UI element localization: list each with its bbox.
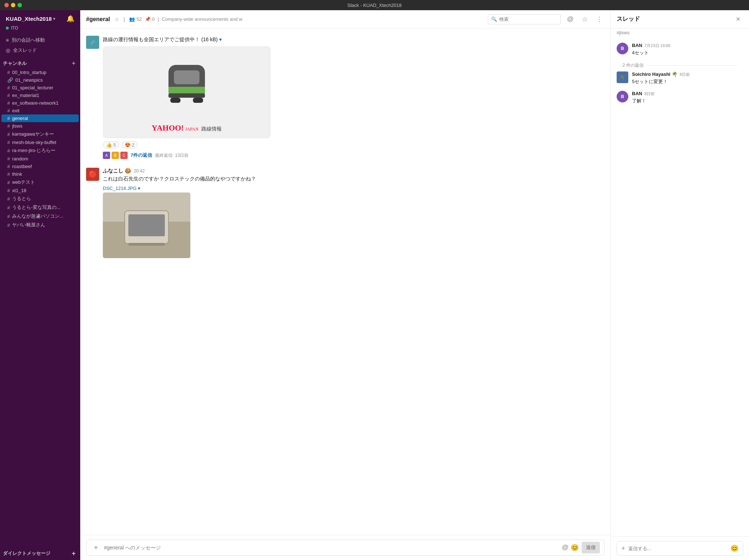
thread-avatar-soichiro: 🌴: [617, 71, 628, 83]
messages-area: 🔗 路線の運行情報も全国エリアでご提供中！ (16 kB) ▾: [80, 28, 610, 535]
channel-item-yabai[interactable]: # ヤバい靴屋さん: [1, 221, 79, 229]
channel-hash-icon: #: [7, 123, 10, 129]
channel-hash-icon: #: [7, 222, 10, 228]
thread-msg-body-3: BAN 8日前 了解！: [632, 91, 743, 105]
reply-avatar: C: [120, 152, 128, 159]
channel-item-00-intro[interactable]: # 00_intro_startup: [1, 69, 79, 76]
thread-author-3: BAN: [632, 91, 642, 96]
reply-avatar: B: [112, 152, 119, 159]
file-thumbnail: [103, 192, 190, 258]
close-window-button[interactable]: [4, 3, 9, 7]
at-mention-icon[interactable]: @: [562, 544, 568, 552]
yahoo-brand: YAHOO! JAPAN 路線情報: [103, 120, 270, 138]
minimize-window-button[interactable]: [11, 3, 15, 7]
message-input-area: + @ 😊 送信: [80, 535, 610, 560]
close-thread-button[interactable]: ×: [733, 14, 743, 24]
message-header-2: ふなこし 🍪 20:42: [103, 168, 605, 174]
channel-header: #general ☆ | 👥 52 📌 0 | Company-wide ann…: [80, 10, 610, 28]
svg-rect-3: [168, 93, 205, 98]
at-mentions-button[interactable]: @: [565, 14, 575, 24]
workspace-name[interactable]: KUAD_Xtech2018 ▾: [6, 16, 55, 22]
thread-header: スレッド ×: [611, 10, 749, 28]
channel-meta: 👥 52 📌 0 | Company-wide announcements an…: [129, 16, 242, 22]
reactions-1: 👍 5 😍 2: [103, 141, 605, 149]
svg-rect-1: [168, 87, 205, 93]
channel-item-01-newspics[interactable]: 🔗 01_newspics: [1, 76, 79, 84]
channel-hash-icon: #: [7, 93, 10, 98]
channel-item-roastbeef[interactable]: # roastbeef: [1, 163, 79, 170]
thread-emoji-button[interactable]: 😊: [730, 544, 738, 552]
channel-item-minna[interactable]: # みんなが急遽パソコン...: [1, 212, 79, 221]
channel-item-general[interactable]: # general: [1, 114, 79, 122]
channel-item-kamagawa[interactable]: # kamagawaヤンキー: [1, 130, 79, 139]
message-input[interactable]: [104, 545, 559, 551]
message-content-2: ふなこし 🍪 20:42 これは白石先生のですか？クロステックの備品的なやつです…: [103, 168, 605, 258]
replies-date: 最終返信: 13日前: [155, 152, 189, 159]
svg-rect-2: [174, 70, 199, 84]
more-options-button[interactable]: ⋮: [594, 14, 605, 24]
thread-author-2: Soichiro Hayashi 🌴: [632, 71, 678, 77]
file-image-preview: [103, 192, 190, 258]
channel-hash-icon: #: [7, 188, 10, 193]
link-preview: YAHOO! JAPAN 路線情報: [103, 46, 271, 138]
channel-item-web-test[interactable]: # webテスト: [1, 178, 79, 187]
search-input[interactable]: [499, 16, 558, 22]
titlebar: Slack - KUAD_Xtech2018: [0, 0, 749, 10]
message-content-1: 路線の運行情報も全国エリアでご提供中！ (16 kB) ▾: [103, 36, 605, 159]
thread-avatar-ban-2: B: [617, 91, 628, 102]
replies-bar-1[interactable]: A B C 7件の返信 最終返信: 13日前: [103, 152, 605, 159]
thread-msg-header-3: BAN 8日前: [632, 91, 743, 97]
workspace-caret-icon: ▾: [53, 17, 55, 21]
channel-item-mesh[interactable]: # mesh-blue-sky-buffet: [1, 139, 79, 146]
thread-messages: B BAN 7月23日 19:00 4セット 2 件の返信 🌴 S: [611, 38, 749, 536]
dm-section-header: ダイレクトメッセージ +: [3, 550, 77, 559]
reaction-thumbsup[interactable]: 👍 5: [103, 141, 119, 149]
thread-reply-input[interactable]: [628, 546, 727, 551]
dm-section: ダイレクトメッセージ +: [0, 547, 80, 560]
channel-item-random[interactable]: # random: [1, 155, 79, 163]
nav-move-chat[interactable]: ≡ 別の会話へ移動: [3, 35, 77, 45]
add-dm-button[interactable]: +: [70, 550, 77, 557]
message-block-1: 🔗 路線の運行情報も全国エリアでご提供中！ (16 kB) ▾: [86, 34, 605, 160]
channel-star-icon[interactable]: ☆: [115, 16, 119, 22]
channel-item-urutora-photos[interactable]: # うるとら-変な写真の...: [1, 203, 79, 212]
send-button[interactable]: 送信: [582, 542, 600, 553]
nav-all-threads[interactable]: ◎ 全スレッド: [3, 45, 77, 55]
emoji-picker-icon[interactable]: 😊: [571, 544, 579, 552]
avatar: 🔗: [86, 36, 99, 49]
thread-replies-label: 2 件の返信: [617, 62, 743, 69]
maximize-window-button[interactable]: [18, 3, 22, 7]
add-attachment-button[interactable]: +: [91, 542, 101, 553]
message-text-1: 路線の運行情報も全国エリアでご提供中！ (16 kB) ▾: [103, 36, 605, 43]
add-channel-button[interactable]: +: [70, 60, 77, 67]
file-name[interactable]: DSC_1214.JPG ▾: [103, 186, 605, 191]
channel-name: #general: [86, 16, 110, 23]
channel-item-think[interactable]: # think: [1, 170, 79, 178]
channel-item-ex-material1[interactable]: # ex_material1: [1, 92, 79, 99]
channel-item-urutora[interactable]: # うるとら: [1, 194, 79, 203]
traffic-lights: [4, 3, 22, 7]
channel-item-jlsws[interactable]: # jlsws: [1, 122, 79, 130]
channel-item-ramen[interactable]: # ra-men-jiro-じろらー: [1, 146, 79, 155]
channel-item-xt1[interactable]: # xt1_18: [1, 187, 79, 194]
channel-item-exit[interactable]: # exit: [1, 107, 79, 114]
thread-text-2: 5セットに変更！: [632, 78, 743, 85]
channel-hash-icon: #: [7, 164, 10, 169]
thread-add-button[interactable]: +: [621, 545, 625, 552]
channel-list: # 00_intro_startup 🔗 01_newspics # 01_sp…: [0, 69, 80, 547]
channel-item-01-special[interactable]: # 01_special_lecturer: [1, 84, 79, 92]
thread-text-1: 4セット: [632, 49, 743, 57]
thread-time-3: 8日前: [644, 91, 655, 97]
channel-hash-icon: 🔗: [7, 77, 13, 83]
thread-time-2: 8日前: [680, 72, 690, 77]
reaction-heart-eyes[interactable]: 😍 2: [121, 141, 138, 149]
starred-items-button[interactable]: ☆: [580, 14, 590, 24]
notification-bell-icon[interactable]: 🔔: [66, 15, 74, 23]
search-box[interactable]: 🔍: [488, 14, 561, 24]
table-row: 🔗 路線の運行情報も全国エリアでご提供中！ (16 kB) ▾: [86, 34, 605, 160]
channel-topic: Company-wide announcements and w: [162, 16, 242, 22]
channel-hash-icon: #: [7, 148, 10, 153]
message-block-2: 🔴 ふなこし 🍪 20:42 これは白石先生のですか？クロステックの備品的なやつ…: [86, 166, 605, 260]
photo-svg: [103, 192, 190, 258]
channel-item-ex-software[interactable]: # ex_software-network1: [1, 99, 79, 107]
